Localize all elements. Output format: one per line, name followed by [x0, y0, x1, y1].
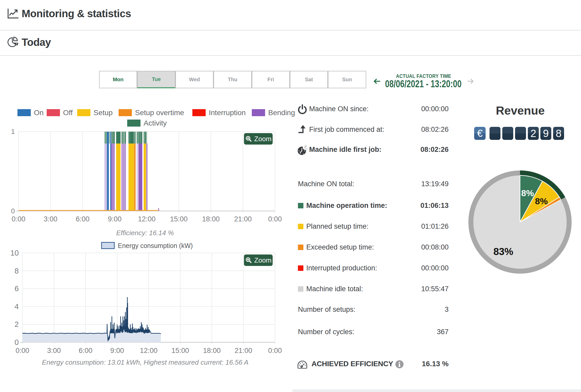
- svg-text:6:00: 6:00: [79, 347, 93, 354]
- svg-text:15:00: 15:00: [170, 215, 188, 223]
- svg-text:8%: 8%: [535, 196, 548, 206]
- svg-text:18:00: 18:00: [203, 347, 221, 354]
- svg-text:9:00: 9:00: [110, 347, 124, 354]
- svg-text:12:00: 12:00: [140, 347, 158, 354]
- svg-text:12:00: 12:00: [138, 215, 156, 223]
- svg-text:6: 6: [15, 284, 19, 293]
- svg-text:z: z: [306, 145, 307, 147]
- svg-text:21:00: 21:00: [234, 215, 252, 223]
- svg-text:3:00: 3:00: [44, 215, 58, 223]
- svg-text:3:00: 3:00: [47, 347, 61, 354]
- svg-text:0: 0: [15, 338, 19, 346]
- svg-text:0: 0: [11, 207, 15, 215]
- svg-text:9:00: 9:00: [108, 215, 122, 223]
- svg-text:6:00: 6:00: [76, 215, 90, 223]
- svg-text:15:00: 15:00: [172, 347, 189, 354]
- svg-text:10: 10: [10, 249, 19, 257]
- svg-text:8%: 8%: [521, 188, 534, 198]
- svg-text:1: 1: [11, 128, 15, 135]
- svg-text:83%: 83%: [493, 246, 513, 257]
- svg-text:0:00: 0:00: [268, 347, 282, 354]
- svg-text:0:00: 0:00: [12, 215, 26, 223]
- svg-text:2: 2: [15, 320, 19, 328]
- svg-text:0:00: 0:00: [268, 215, 282, 223]
- svg-text:18:00: 18:00: [202, 215, 220, 223]
- svg-text:4: 4: [15, 302, 19, 311]
- svg-text:8: 8: [15, 267, 19, 275]
- svg-text:21:00: 21:00: [235, 347, 252, 354]
- svg-text:z: z: [306, 147, 308, 150]
- svg-text:0:00: 0:00: [16, 347, 29, 354]
